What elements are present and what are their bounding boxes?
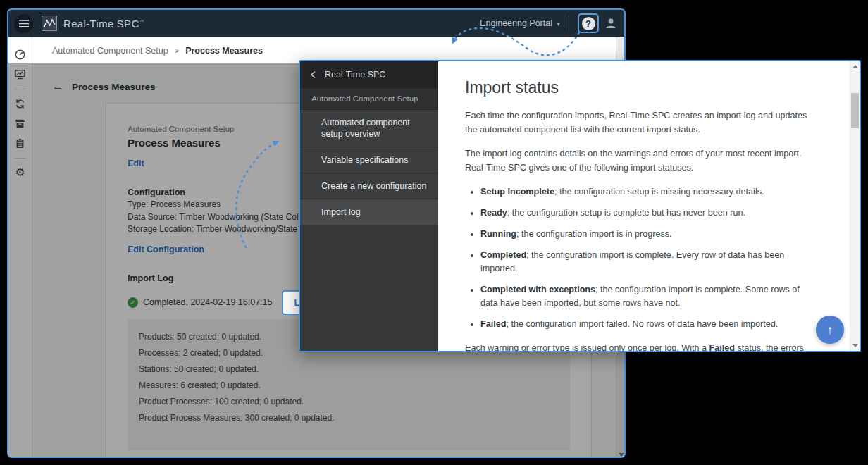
breadcrumb-current: Process Measures (185, 46, 263, 56)
arrow-up-icon: ↑ (827, 323, 833, 337)
status-list-item: Completed; the configuration import is c… (480, 249, 810, 275)
help-nav-item-import-log[interactable]: Import log (300, 199, 438, 225)
help-article-title: Import status (465, 78, 810, 97)
status-desc: ; the configuration import failed. No ro… (506, 319, 778, 329)
dashboard-gauge-icon[interactable] (14, 48, 27, 61)
account-button[interactable] (604, 17, 617, 30)
trademark: ™ (140, 19, 144, 24)
help-article: Import status Each time the configuratio… (438, 61, 860, 351)
chevron-down-icon: ▾ (557, 20, 560, 27)
topbar-divider (569, 16, 569, 31)
chevron-left-icon (310, 70, 316, 79)
help-button[interactable]: ? (578, 13, 599, 33)
status-term: Ready (480, 208, 507, 218)
help-nav-item-create-configuration[interactable]: Create a new configuration (300, 173, 438, 199)
help-panel-scrollbar[interactable] (850, 61, 860, 351)
status-term: Setup Incomplete (480, 187, 554, 197)
status-list-item: Running; the configuration import is in … (480, 228, 810, 241)
status-list-item: Failed; the configuration import failed.… (480, 318, 810, 331)
status-desc: ; the configuration setup is complete bu… (507, 208, 745, 218)
status-desc: ; the configuration import is complete. … (480, 250, 784, 273)
help-nav-item-overview[interactable]: Automated component setup overview (300, 110, 438, 147)
scrollbar-down-arrow-icon (852, 344, 858, 347)
help-nav-back-label: Real-Time SPC (325, 70, 385, 80)
scrollbar-thumb[interactable] (851, 93, 859, 128)
help-nav-back[interactable]: Real-Time SPC (300, 61, 438, 88)
app-logo-icon (42, 16, 57, 31)
help-icon: ? (582, 17, 595, 30)
breadcrumb-parent[interactable]: Automated Component Setup (52, 46, 168, 56)
top-bar: Real-Time SPC™ Engineering Portal ▾ ? (8, 10, 624, 37)
status-term: Running (480, 229, 516, 239)
status-desc: ; the configuration import is in progres… (516, 229, 672, 239)
help-nav-section-label: Automated Component Setup (300, 88, 438, 110)
status-term: Completed with exceptions (480, 285, 595, 294)
scroll-to-top-button[interactable]: ↑ (816, 316, 844, 344)
help-overlay-panel: Real-Time SPC Automated Component Setup … (299, 60, 861, 352)
portal-dropdown[interactable]: Engineering Portal ▾ (480, 18, 560, 28)
help-nav-filler (300, 225, 438, 351)
portal-label: Engineering Portal (480, 18, 552, 28)
status-list-item: Setup Incomplete; the configuration setu… (480, 185, 810, 199)
hamburger-icon (19, 20, 29, 27)
import-status-list: Setup Incomplete; the configuration setu… (480, 185, 810, 331)
breadcrumb-separator: > (175, 46, 179, 55)
person-icon (604, 17, 617, 30)
status-list-item: Completed with exceptions; the configura… (480, 283, 810, 310)
scrollbar-up-arrow-icon (852, 65, 858, 68)
help-nav-item-variable-specifications[interactable]: Variable specifications (300, 147, 438, 173)
status-term: Failed (480, 319, 506, 329)
help-paragraph: Each time the configuration imports, Rea… (465, 109, 810, 137)
hamburger-menu-button[interactable] (14, 14, 33, 33)
help-paragraph: Each warning or error type is issued onl… (465, 342, 810, 351)
status-list-item: Ready; the configuration setup is comple… (480, 206, 810, 220)
help-nav-sidebar: Real-Time SPC Automated Component Setup … (300, 61, 438, 351)
help-paragraph: The import log contains details on the w… (465, 147, 810, 175)
status-term: Completed (480, 250, 526, 260)
status-desc: ; the configuration setup is missing nec… (554, 187, 764, 197)
app-title: Real-Time SPC™ (63, 18, 144, 30)
